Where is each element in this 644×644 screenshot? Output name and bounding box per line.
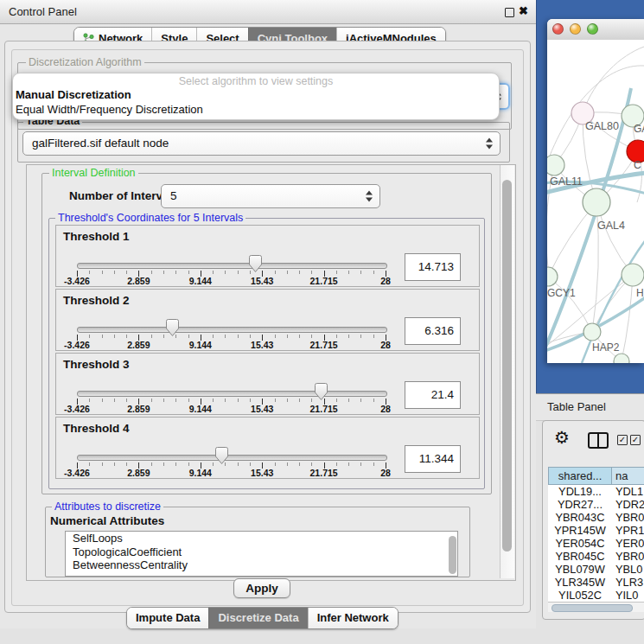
slider-track[interactable] [77,263,387,269]
slider-tick-label: 15.43 [240,276,284,286]
bottom-tab-discretize-data[interactable]: Discretize Data [208,608,307,628]
tick-mark [348,399,349,402]
network-edge[interactable] [583,47,644,113]
slider-tick-label: 21.715 [303,404,346,414]
tick-mark [188,399,189,402]
table-row[interactable]: YBR043CYBR0 [548,511,644,524]
bottom-tab-infer-network[interactable]: Infer Network [308,608,398,628]
tick-mark [213,271,214,274]
number-of-intervals-combo[interactable]: 5 [161,184,380,208]
tick-mark [225,399,226,402]
network-node[interactable] [583,323,601,341]
list-item[interactable]: BetweennessCentrality [66,558,457,572]
network-node[interactable] [622,264,644,286]
threshold-value-field[interactable]: 21.4 [405,381,461,409]
tick-mark [188,462,189,466]
checkbox-icon[interactable]: ✓ [617,435,628,445]
slider-thumb[interactable] [215,447,228,464]
tick-mark [163,399,164,402]
table-rows: YDL19...YDL1YDR27...YDR2YBR043CYBR0YPR14… [548,485,644,602]
tick-mark [250,335,251,338]
table-row[interactable]: YPR145WYPR1 [548,524,644,537]
slider-thumb[interactable] [249,255,262,272]
tick-mark [163,335,164,338]
tick-mark [311,335,312,338]
table-row[interactable]: YDR27...YDR2 [548,498,644,511]
tick-mark [89,399,90,402]
float-window-icon[interactable] [505,8,514,17]
tick-mark [299,462,300,466]
tick-mark [336,462,337,466]
slider-tick-label: 21.715 [303,340,346,350]
slider-track[interactable] [77,327,387,333]
bottom-tab-bar: Impute DataDiscretize DataInfer Network [126,607,399,629]
tick-mark [299,335,300,338]
combo-stepper[interactable] [486,138,493,150]
table-cell: YDL1 [612,485,644,498]
tick-mark [373,462,374,466]
numerical-attributes-label: Numerical Attributes [50,514,164,527]
checkbox-icon[interactable]: ✓ [630,435,641,445]
list-scrollbar-thumb[interactable] [449,536,456,574]
table-row[interactable]: YDL19...YDL1 [548,485,644,498]
tick-mark [336,271,337,274]
table-data-combo[interactable]: galFiltered.sif default node [22,131,501,156]
slider-track[interactable] [77,455,387,461]
tick-mark [213,335,214,338]
table-cell: YBL0 [612,563,644,576]
gear-icon[interactable]: ⚙ [554,429,570,446]
slider-tick-label: -3.426 [55,468,99,478]
close-traffic-light[interactable] [552,23,564,35]
network-node[interactable] [547,155,564,175]
tick-mark [275,271,276,274]
column-header-name[interactable]: na [612,467,644,485]
threshold-panel: Threshold 3-3.4262.8599.14415.4321.71528… [55,353,480,415]
tick-mark [188,271,189,274]
tick-mark [238,335,239,338]
tick-mark [311,399,312,402]
table-cell: YBR0 [612,511,644,524]
popup-option-equal-width-frequency[interactable]: Equal Width/Frequency Discretization [16,103,203,116]
split-view-icon[interactable] [588,432,609,449]
column-header-shared-name[interactable]: shared... [548,467,612,485]
combo-stepper[interactable] [366,191,373,202]
tick-mark [311,462,312,466]
threshold-value-field[interactable]: 11.344 [405,445,461,473]
network-node-label: GCY1 [547,287,576,299]
table-row[interactable]: YBL079WYBL0 [548,563,644,576]
popup-option-manual-discretization[interactable]: Manual Discretization [16,88,131,101]
list-item[interactable]: TopologicalCoefficient [66,545,457,559]
table-row[interactable]: YER054CYER0 [548,537,644,550]
control-panel-titlebar: Control Panel ✖ [0,0,536,24]
algorithm-dropdown-popup: Select algorithm to view settings Manual… [12,73,500,120]
slider-tick-label: 9.144 [179,404,222,414]
network-node[interactable] [614,354,629,363]
network-edge[interactable] [622,275,633,361]
network-window-titlebar [547,19,644,41]
table-row[interactable]: YIL052CYIL0 [548,589,644,602]
zoom-traffic-light[interactable] [587,23,598,35]
slider-track[interactable] [77,391,387,397]
table-row[interactable]: YLR345WYLR3 [548,576,644,589]
close-icon[interactable]: ✖ [519,4,528,17]
bottom-tab-impute-data[interactable]: Impute Data [127,608,208,628]
tick-mark [275,335,276,338]
slider-thumb[interactable] [166,319,179,336]
network-canvas[interactable]: GAL80GACGAL11GAL4GCY1HHAP2 [547,40,644,363]
numerical-attributes-list[interactable]: SelfLoopsTopologicalCoefficientBetweenne… [65,531,458,577]
network-node[interactable] [583,188,610,216]
vertical-scrollbar-thumb[interactable] [502,180,512,552]
threshold-value-field[interactable]: 14.713 [405,253,461,281]
horizontal-scrollbar-track[interactable] [548,602,644,612]
list-item[interactable]: SelfLoops [66,532,457,545]
minimize-traffic-light[interactable] [570,23,581,35]
slider-thumb[interactable] [315,383,328,400]
apply-button[interactable]: Apply [233,578,290,598]
tick-mark [151,271,152,274]
slider-tick-label: 2.859 [117,276,160,286]
threshold-value-field[interactable]: 6.316 [405,317,461,345]
network-node-label: GAL4 [597,220,625,232]
attributes-group-title: Attributes to discretize [52,501,163,513]
table-row[interactable]: YBR045CYBR0 [548,550,644,563]
horizontal-scrollbar-thumb[interactable] [552,604,633,612]
